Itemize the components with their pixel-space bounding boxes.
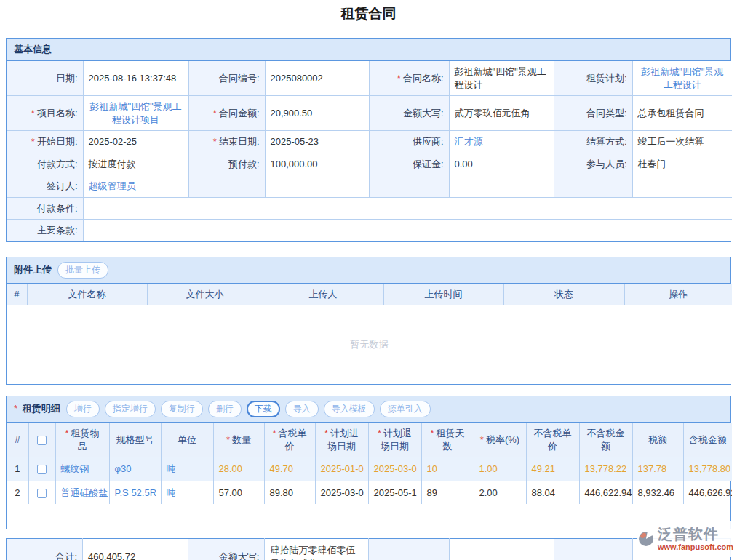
- cell-link-spec[interactable]: φ30: [115, 463, 132, 474]
- lease-column-header: 单位: [161, 423, 213, 457]
- basic-info-row: *开始日期:2025-02-25*结束日期:2025-05-23供应商:汇才源结…: [7, 131, 732, 153]
- cell-price_tax: 49.70: [264, 457, 315, 481]
- cell-date_in: 2025-03-0: [315, 481, 368, 504]
- field-label: [188, 175, 265, 198]
- required-asterisk: *: [378, 428, 381, 439]
- cell-tax_rate: 2.00: [474, 481, 526, 504]
- basic-info-table: 日期:2025-08-16 13:37:48合同编号:2025080002*合同…: [7, 61, 732, 241]
- select-all-checkbox[interactable]: [37, 436, 47, 445]
- required-asterisk: *: [226, 434, 230, 445]
- required-asterisk: *: [65, 428, 68, 439]
- field-value: 总承包租赁合同: [632, 96, 732, 131]
- field-value: 杜春门: [632, 153, 732, 175]
- attachments-column-header: 文件大小: [147, 284, 263, 305]
- cell-amount_notax: 13,778.22: [579, 457, 632, 481]
- field-value: [449, 175, 554, 198]
- cell-tax: 137.78: [632, 457, 683, 481]
- row-checkbox[interactable]: [37, 489, 47, 498]
- cell-amount_tax: 446,626.92: [683, 481, 732, 504]
- toolbar-button-下载[interactable]: 下载: [247, 401, 280, 417]
- required-asterisk: *: [31, 136, 35, 147]
- cell-qty: 57.00: [213, 481, 264, 504]
- cell-unit: 吨: [161, 481, 213, 504]
- attachments-column-header: 操作: [624, 284, 732, 305]
- attachments-column-header: 文件名称: [27, 284, 147, 305]
- attachments-column-header: 上传人: [263, 284, 383, 305]
- toolbar-button-增行[interactable]: 增行: [66, 401, 100, 417]
- lease-column-header: 不含税金额: [579, 423, 632, 457]
- basic-info-row: 签订人:超级管理员: [7, 175, 732, 198]
- cell-unit: 吨: [161, 457, 213, 481]
- lease-details-title: * 租赁明细: [14, 402, 60, 415]
- field-label: 付款条件:: [7, 197, 83, 220]
- cell-days: 89: [421, 481, 474, 504]
- lease-column-header: *租赁物品: [55, 423, 109, 457]
- required-asterisk: *: [213, 108, 217, 119]
- toolbar-button-导入模板[interactable]: 导入模板: [324, 401, 375, 417]
- field-value: 贰万零玖佰元伍角: [449, 96, 554, 131]
- cell-link-unit[interactable]: 吨: [167, 487, 176, 498]
- lease-column-header: *计划退场日期: [368, 423, 421, 457]
- cell-link-item[interactable]: 普通硅酸盐: [61, 487, 108, 498]
- field-label: 付款方式:: [7, 153, 83, 175]
- lease-column-header: *数量: [213, 423, 264, 457]
- field-link[interactable]: 超级管理员: [89, 180, 136, 191]
- basic-info-row: 付款条件:: [7, 197, 732, 220]
- basic-info-row: 付款方式:按进度付款预付款:100,000.00保证金:0.00参与人员:杜春门: [7, 153, 732, 175]
- row-index: 2: [7, 481, 28, 504]
- field-value: 2025-08-16 13:37:48: [83, 61, 188, 96]
- toolbar-button-指定增行[interactable]: 指定增行: [105, 401, 156, 417]
- cell-amount_notax: 446,622.94: [579, 481, 632, 504]
- field-label: [554, 175, 632, 198]
- required-asterisk: *: [31, 108, 35, 119]
- toolbar-button-删行[interactable]: 删行: [208, 401, 242, 417]
- toolbar-button-复制行[interactable]: 复制行: [161, 401, 203, 417]
- field-label: 保证金:: [369, 153, 449, 175]
- lease-table-row: 1螺纹钢φ30吨28.0049.702025-01-02025-03-0101.…: [7, 457, 732, 481]
- attachments-column-header: #: [7, 284, 27, 305]
- toolbar-button-源单引入[interactable]: 源单引入: [380, 401, 431, 417]
- cell-link-unit[interactable]: 吨: [167, 463, 176, 474]
- field-value: 2025080002: [265, 61, 369, 96]
- field-value: 彭祖新城"四馆"景观工程设计: [632, 61, 732, 96]
- vendor-watermark: 泛普软件 www.fanpusoft.com: [637, 521, 733, 557]
- field-label: 租赁计划:: [554, 61, 632, 96]
- fanpu-logo-icon: [637, 527, 655, 551]
- row-checkbox[interactable]: [37, 465, 47, 474]
- basic-info-section: 基本信息 日期:2025-08-16 13:37:48合同编号:20250800…: [6, 38, 731, 242]
- basic-info-title: 基本信息: [14, 43, 52, 56]
- required-asterisk: *: [14, 403, 17, 414]
- batch-upload-button[interactable]: 批量上传: [57, 262, 108, 279]
- summary-table: 合计: 460,405.72 金额大写: 肆拾陆万零肆佰零伍元柒角贰分: [6, 538, 731, 560]
- summary-empty-cell: [554, 539, 632, 560]
- attachments-empty-text: 暂无数据: [7, 305, 732, 384]
- amount-words-value: 肆拾陆万零肆佰零伍元柒角贰分: [265, 539, 369, 560]
- required-asterisk: *: [272, 428, 276, 439]
- field-label: 金额大写:: [369, 96, 449, 131]
- field-label: 签订人:: [7, 175, 83, 198]
- required-asterisk: *: [397, 73, 401, 84]
- required-asterisk: *: [480, 434, 484, 445]
- field-value: [83, 220, 732, 241]
- basic-info-row: 主要条款:: [7, 220, 732, 241]
- field-link[interactable]: 彭祖新城"四馆"景观工程设计项目: [89, 101, 181, 125]
- required-asterisk: *: [430, 428, 434, 439]
- cell-spec: φ30: [109, 457, 161, 481]
- field-link[interactable]: 汇才源: [455, 136, 483, 147]
- field-value: 竣工后一次结算: [632, 131, 732, 153]
- lease-details-header: * 租赁明细 增行指定增行复制行删行下载导入导入模板源单引入: [7, 396, 730, 423]
- toolbar-button-导入[interactable]: 导入: [285, 401, 319, 417]
- lease-column-header: *含税单价: [264, 423, 315, 457]
- lease-column-header: 规格型号: [109, 423, 161, 457]
- page-title: 租赁合同: [0, 0, 737, 23]
- attachments-header: 附件上传 批量上传: [7, 257, 730, 284]
- lease-column-header: *税率(%): [474, 423, 526, 457]
- cell-tax_rate: 1.00: [474, 457, 526, 481]
- cell-amount_tax: 13,778.80: [683, 457, 732, 481]
- cell-link-spec[interactable]: P.S 52.5R: [115, 487, 157, 498]
- field-value: 汇才源: [449, 131, 554, 153]
- cell-date_out: 2025-05-1: [368, 481, 421, 504]
- field-link[interactable]: 彭祖新城"四馆"景观工程设计: [641, 66, 723, 90]
- field-label: 日期:: [7, 61, 83, 96]
- cell-link-item[interactable]: 螺纹钢: [61, 463, 89, 474]
